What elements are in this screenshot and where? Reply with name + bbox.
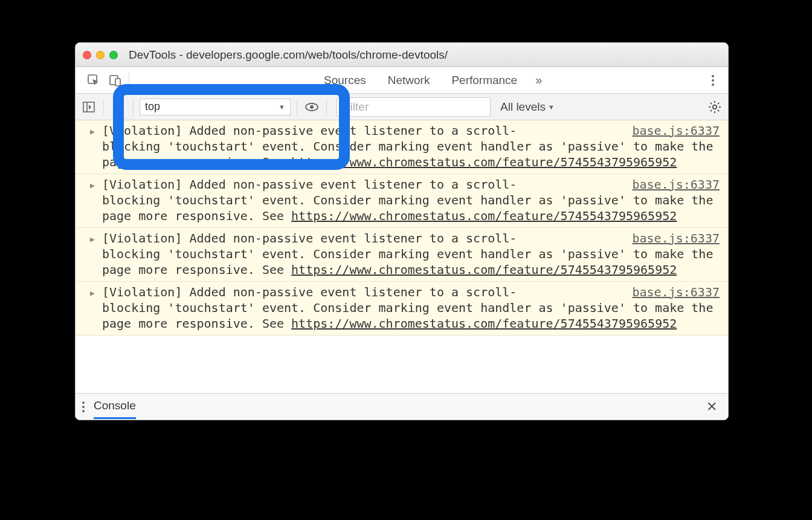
expand-caret-icon[interactable]: ▶ [90, 178, 95, 193]
levels-label: All levels [500, 100, 546, 114]
tab-sources[interactable]: Sources [313, 67, 377, 93]
titlebar: DevTools - developers.google.com/web/too… [76, 43, 728, 67]
more-options-icon[interactable] [705, 74, 721, 86]
message-link[interactable]: https://www.chromestatus.com/feature/574… [291, 316, 677, 331]
console-message[interactable]: ▶ base.js:6337 [Violation] Added non-pas… [76, 120, 728, 174]
svg-line-20 [718, 102, 719, 103]
message-link[interactable]: https://www.chromestatus.com/feature/574… [291, 262, 677, 277]
console-messages: ▶ base.js:6337 [Violation] Added non-pas… [76, 120, 728, 393]
message-source-link[interactable]: base.js:6337 [633, 177, 720, 192]
svg-line-9 [115, 103, 122, 110]
log-levels-dropdown[interactable]: All levels ▼ [500, 100, 555, 114]
svg-point-22 [82, 406, 85, 408]
window-title: DevTools - developers.google.com/web/too… [129, 48, 721, 62]
message-text: [Violation] Added non-passive event list… [102, 123, 517, 138]
expand-caret-icon[interactable]: ▶ [90, 124, 95, 140]
clear-console-icon[interactable] [110, 99, 127, 115]
message-text: [Violation] Added non-passive event list… [102, 285, 517, 299]
message-text: [Violation] Added non-passive event list… [102, 177, 517, 192]
message-text: [Violation] Added non-passive event list… [102, 231, 517, 245]
console-message[interactable]: ▶ base.js:6337 [Violation] Added non-pas… [76, 174, 728, 228]
live-expression-icon[interactable] [303, 99, 320, 115]
filter-input[interactable]: Filter [337, 97, 491, 117]
settings-icon[interactable] [706, 99, 723, 115]
close-drawer-icon[interactable]: ✕ [701, 399, 722, 415]
devtools-window: DevTools - developers.google.com/web/too… [75, 42, 729, 420]
device-toolbar-icon[interactable] [105, 74, 126, 86]
svg-point-21 [82, 401, 85, 404]
traffic-lights [83, 51, 118, 59]
drawer: Console ✕ [76, 393, 728, 420]
drawer-tab-console[interactable]: Console [94, 394, 136, 419]
svg-point-23 [82, 410, 85, 412]
svg-point-4 [712, 79, 714, 82]
message-link[interactable]: https://www.chromestatus.com/feature/574… [291, 209, 677, 223]
toggle-sidebar-icon[interactable] [80, 99, 97, 115]
divider [326, 99, 327, 115]
tab-network[interactable]: Network [377, 67, 441, 93]
message-source-link[interactable]: base.js:6337 [633, 230, 720, 246]
svg-line-17 [710, 102, 712, 103]
divider [133, 99, 134, 115]
context-dropdown[interactable]: top ▼ [140, 99, 291, 115]
console-message[interactable]: ▶ base.js:6337 [Violation] Added non-pas… [76, 228, 728, 282]
svg-point-12 [713, 105, 717, 108]
main-tabs: Sources Network Performance » [76, 67, 728, 94]
console-message[interactable]: ▶ base.js:6337 [Violation] Added non-pas… [76, 282, 728, 336]
svg-point-5 [712, 83, 714, 86]
expand-caret-icon[interactable]: ▶ [90, 285, 95, 301]
svg-line-19 [710, 110, 712, 111]
inspect-element-icon[interactable] [83, 74, 105, 86]
tabs-overflow[interactable]: » [528, 73, 549, 87]
divider [129, 73, 129, 88]
filter-placeholder: Filter [343, 100, 369, 114]
svg-line-18 [718, 110, 719, 111]
zoom-window-button[interactable] [109, 51, 118, 59]
chevron-down-icon: ▼ [279, 103, 285, 111]
message-source-link[interactable]: base.js:6337 [633, 284, 720, 300]
divider [103, 99, 104, 115]
svg-rect-2 [115, 79, 120, 86]
message-link[interactable]: https://www.chromestatus.com/feature/574… [291, 155, 677, 169]
console-toolbar: top ▼ Filter All levels ▼ [76, 94, 728, 120]
drawer-menu-icon[interactable] [82, 401, 85, 413]
close-window-button[interactable] [83, 51, 91, 59]
context-value: top [145, 100, 160, 113]
svg-point-11 [310, 105, 314, 109]
tab-performance[interactable]: Performance [440, 67, 528, 93]
message-source-link[interactable]: base.js:6337 [633, 123, 720, 138]
divider [297, 99, 297, 115]
minimize-window-button[interactable] [96, 51, 105, 59]
expand-caret-icon[interactable]: ▶ [90, 232, 95, 247]
svg-point-3 [712, 75, 714, 77]
chevron-down-icon: ▼ [548, 103, 555, 111]
